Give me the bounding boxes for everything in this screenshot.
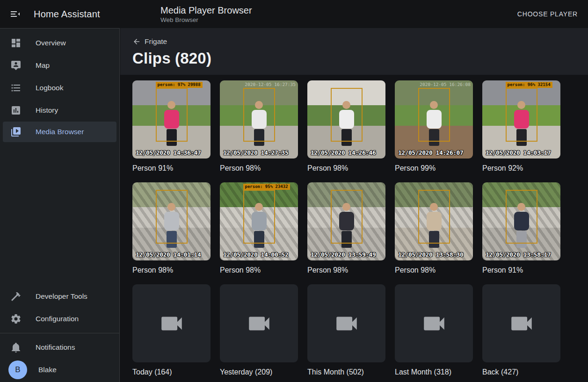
media-grid: person: 97% 29988 12/05/2020 14:36:47 Pe…: [132, 80, 588, 376]
clip-thumbnail: person: 95% 23432 12/05/2020 14:00:52: [220, 182, 298, 260]
clip-caption: Person 98%: [307, 164, 385, 173]
folder-thumbnail: [482, 284, 560, 362]
detection-bounding-box: [331, 190, 363, 244]
clip-item[interactable]: 12/05/2020 14:01:14 Person 98%: [132, 182, 211, 274]
clip-thumbnail: person: 97% 29988 12/05/2020 14:36:47: [132, 80, 211, 159]
clip-caption: Person 98%: [132, 266, 211, 274]
chart-box-icon: [10, 105, 22, 116]
clip-caption: Person 98%: [307, 266, 385, 274]
dashboard-icon: [10, 37, 22, 49]
sidebar-item-configuration[interactable]: Configuration: [0, 308, 119, 330]
camera-osd-timestamp: 12/05/2020 14:00:52: [223, 251, 288, 258]
folder-thumbnail: [307, 284, 385, 362]
detection-label-chip: person: 95% 23432: [243, 184, 290, 190]
clip-thumbnail: 12/05/2020 13:58:30: [395, 182, 473, 260]
video-camera-icon: [508, 310, 535, 337]
sidebar-item-overview[interactable]: Overview: [0, 32, 119, 54]
camera-osd-timestamp: 12/05/2020 14:36:47: [136, 149, 201, 156]
bell-icon: [10, 342, 22, 353]
sidebar-nav: Overview Map Logbook History Media Brows…: [0, 29, 119, 142]
sidebar-item-history[interactable]: History: [0, 99, 119, 122]
back-arrow-icon: [132, 37, 141, 46]
choose-player-button[interactable]: CHOOSE PLAYER: [514, 7, 581, 22]
sidebar-item-label: Map: [36, 61, 50, 70]
folder-item[interactable]: Today (164): [132, 284, 211, 376]
top-app-bar: Home Assistant Media Player Browser Web …: [0, 0, 588, 28]
detection-bounding-box: [506, 190, 537, 244]
camera-osd-timestamp: 12/05/2020 13:59:49: [311, 251, 376, 258]
clip-item[interactable]: person: 97% 29988 12/05/2020 14:36:47 Pe…: [132, 80, 211, 173]
clip-item[interactable]: 12/05/2020 14:26:46 Person 98%: [307, 80, 385, 173]
clip-item[interactable]: person: 96% 32154 12/05/2020 14:03:17 Pe…: [482, 80, 560, 173]
folder-item[interactable]: This Month (502): [307, 284, 385, 376]
list-bulleted-icon: [10, 82, 22, 94]
clip-caption: Person 98%: [220, 164, 298, 173]
camera-osd-timestamp: 12/05/2020 14:03:17: [486, 149, 551, 156]
clip-caption: Person 99%: [395, 164, 473, 173]
folder-caption: Yesterday (209): [220, 368, 298, 376]
sidebar-item-label: Notifications: [36, 343, 75, 352]
sidebar-item-notifications[interactable]: Notifications: [0, 336, 119, 359]
clip-item[interactable]: 12/05/2020 13:58:17 Person 91%: [482, 182, 560, 274]
sidebar-item-developer-tools[interactable]: Developer Tools: [0, 285, 119, 308]
clip-item[interactable]: 12/05/2020 13:58:30 Person 98%: [395, 182, 473, 274]
user-name-label: Blake: [38, 366, 57, 374]
folder-caption: Last Month (318): [395, 368, 473, 376]
folder-item[interactable]: Back (427): [482, 284, 560, 376]
camera-osd-timestamp: 12/05/2020 14:27:35: [223, 149, 288, 156]
play-box-multiple-icon: [10, 126, 22, 137]
app-title: Home Assistant: [34, 9, 100, 20]
camera-osd-timestamp: 12/05/2020 14:26:07: [398, 149, 463, 156]
video-camera-icon: [158, 310, 185, 337]
clip-caption: Person 92%: [482, 164, 560, 173]
sidebar: Overview Map Logbook History Media Brows…: [0, 28, 120, 382]
detection-bounding-box: [243, 88, 275, 142]
clip-thumbnail: 12/05/2020 13:58:17: [482, 182, 560, 260]
media-browser-header: Frigate Clips (820): [120, 28, 588, 75]
camera-osd-top-timestamp: 2020-12-05 16:26:08: [420, 82, 471, 87]
clip-item[interactable]: person: 95% 23432 12/05/2020 14:00:52 Pe…: [220, 182, 298, 274]
detection-bounding-box: [331, 88, 363, 142]
clip-caption: Person 91%: [482, 266, 560, 274]
sidebar-divider: [0, 333, 119, 333]
breadcrumb[interactable]: Frigate: [132, 37, 167, 46]
menu-toggle-button[interactable]: [4, 3, 26, 25]
video-camera-icon: [421, 310, 448, 337]
sidebar-item-user-profile[interactable]: B Blake: [0, 359, 119, 381]
clip-item[interactable]: 2020-12-05 16:27:35 12/05/2020 14:27:35 …: [220, 80, 298, 173]
sidebar-item-label: Overview: [36, 39, 66, 47]
sidebar-item-logbook[interactable]: Logbook: [0, 77, 119, 99]
clip-thumbnail: 12/05/2020 14:26:46: [307, 80, 385, 159]
folder-caption: This Month (502): [307, 368, 385, 376]
detection-label-chip: person: 96% 32154: [506, 82, 552, 88]
clip-item[interactable]: 12/05/2020 13:59:49 Person 98%: [307, 182, 385, 274]
breadcrumb-label: Frigate: [145, 37, 167, 46]
clip-caption: Person 91%: [132, 164, 211, 173]
detection-bounding-box: person: 95% 23432: [243, 190, 275, 244]
folder-caption: Back (427): [482, 368, 560, 376]
sidebar-item-label: Configuration: [36, 315, 79, 323]
clip-thumbnail: 12/05/2020 13:59:49: [307, 182, 385, 260]
sidebar-item-map[interactable]: Map: [0, 54, 119, 77]
detection-label-chip: person: 97% 29988: [156, 82, 203, 88]
folder-item[interactable]: Last Month (318): [395, 284, 473, 376]
sidebar-item-label: Media Browser: [36, 128, 84, 136]
sidebar-item-label: Logbook: [36, 84, 63, 92]
sidebar-header: Home Assistant: [0, 3, 120, 25]
sidebar-item-label: History: [36, 106, 58, 115]
hammer-icon: [10, 291, 22, 302]
main-panel: Frigate Clips (820) person: 97% 29988 12…: [120, 28, 588, 382]
folder-thumbnail: [132, 284, 211, 362]
camera-osd-timestamp: 12/05/2020 13:58:30: [398, 251, 463, 258]
panel-subtitle: Web Browser: [160, 16, 252, 24]
camera-osd-top-timestamp: 2020-12-05 16:27:35: [245, 82, 296, 87]
clip-item[interactable]: 2020-12-05 16:26:08 12/05/2020 14:26:07 …: [395, 80, 473, 173]
camera-osd-timestamp: 12/05/2020 13:58:17: [486, 251, 551, 258]
clip-thumbnail: person: 96% 32154 12/05/2020 14:03:17: [482, 80, 560, 159]
detection-bounding-box: person: 96% 32154: [506, 88, 537, 142]
panel-title: Media Player Browser: [160, 5, 252, 16]
camera-osd-timestamp: 12/05/2020 14:01:14: [136, 251, 201, 258]
folder-item[interactable]: Yesterday (209): [220, 284, 298, 376]
sidebar-item-media-browser[interactable]: Media Browser: [3, 122, 116, 142]
avatar: B: [8, 360, 27, 379]
